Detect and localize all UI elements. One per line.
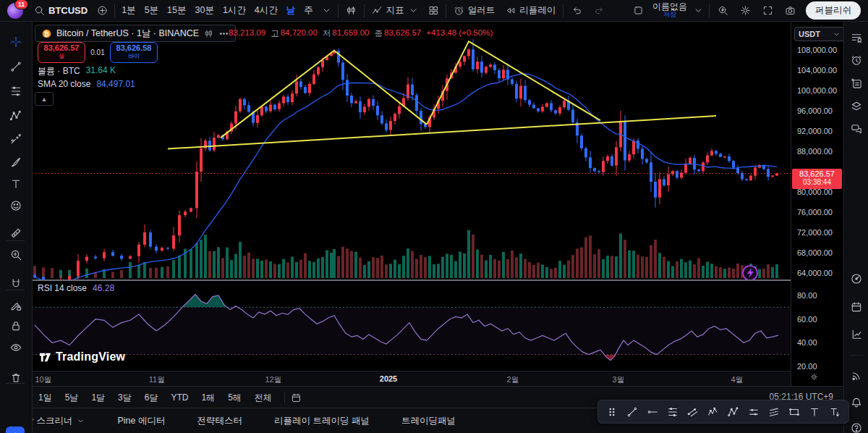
horizontal-ray-icon[interactable] <box>643 406 662 418</box>
alert-button[interactable]: 얼러트 <box>448 0 501 21</box>
brush-icon[interactable] <box>10 156 22 169</box>
object-tree-icon[interactable] <box>851 101 863 113</box>
zoom-in-icon[interactable] <box>10 249 22 261</box>
crosshair-icon[interactable] <box>10 36 22 49</box>
chart-style-icon[interactable] <box>341 5 362 16</box>
trend-line-icon[interactable] <box>623 406 642 418</box>
volume-study-row[interactable]: 볼륨 · BTC 31.64 K <box>38 65 116 77</box>
disjoint-channel-icon[interactable] <box>765 406 783 418</box>
layout-chevron-icon[interactable] <box>690 5 707 16</box>
indicators-button[interactable]: 지표 <box>367 0 424 21</box>
axis-tick: 80.00 <box>797 291 817 300</box>
ohlc-value: 83,213.09 <box>229 28 265 39</box>
lock-all-icon[interactable] <box>10 320 22 332</box>
anchored-text-icon[interactable] <box>825 406 844 418</box>
range-5날[interactable]: 5날 <box>59 392 85 404</box>
more-options-icon[interactable] <box>218 28 229 39</box>
range-5해[interactable]: 5해 <box>221 392 248 404</box>
tradingview-logo[interactable]: TradingView <box>39 350 125 363</box>
forecast-icon[interactable] <box>10 133 22 146</box>
tab-전략테스터[interactable]: 전략테스터 <box>181 415 258 427</box>
replay-button[interactable]: 리플레이 <box>500 0 561 21</box>
currency-toggle[interactable]: USDT <box>794 27 846 41</box>
xabcd-pattern-icon[interactable] <box>10 110 22 122</box>
range-6달[interactable]: 6달 <box>138 392 165 404</box>
legend-collapse-button[interactable]: ▲ <box>35 92 54 106</box>
data-window-icon[interactable] <box>851 329 863 341</box>
settings-gear-icon[interactable] <box>734 5 757 16</box>
trend-line-icon[interactable] <box>10 61 22 73</box>
text-icon[interactable] <box>10 178 22 190</box>
timeframe-30분[interactable]: 30분 <box>190 0 218 21</box>
fib-retracement-icon[interactable] <box>663 406 682 418</box>
text-icon[interactable] <box>805 406 824 418</box>
symbol-search[interactable]: BTCUSD <box>29 0 93 21</box>
divider <box>364 4 365 17</box>
multichart-layout-icon[interactable] <box>627 5 650 16</box>
technicals-gauge-icon[interactable] <box>851 273 863 285</box>
magnet-icon[interactable] <box>10 278 22 290</box>
range-YTD[interactable]: YTD <box>164 392 195 403</box>
notifications-bell-icon[interactable] <box>851 397 863 409</box>
alert-clock-icon[interactable] <box>851 54 863 67</box>
range-전체[interactable]: 전체 <box>248 392 278 404</box>
timeframe-15분[interactable]: 15분 <box>163 0 190 21</box>
hide-drawings-icon[interactable] <box>10 342 22 354</box>
chat-icon[interactable] <box>851 123 863 135</box>
timeframe-1시간[interactable]: 1시간 <box>218 0 250 21</box>
streams-icon[interactable] <box>851 370 863 382</box>
timeframe-주[interactable]: 주 <box>299 0 318 21</box>
rsi-band-fill <box>32 307 791 354</box>
xabcd-pattern-icon[interactable] <box>724 406 743 418</box>
tab-트레이딩패널[interactable]: 트레이딩패널 <box>386 415 472 427</box>
publish-button[interactable]: 퍼블리쉬 <box>806 1 861 20</box>
snapshot-camera-icon[interactable] <box>779 5 801 16</box>
templates-icon[interactable] <box>424 5 443 16</box>
parallel-channel-icon[interactable] <box>684 406 702 418</box>
fullscreen-icon[interactable] <box>757 5 779 16</box>
timeframe-날[interactable]: 날 <box>282 0 300 21</box>
tab-Pine 에디터[interactable]: Pine 에디터 <box>101 415 181 427</box>
range-1일[interactable]: 1일 <box>32 392 59 404</box>
quick-search-icon[interactable] <box>712 5 734 16</box>
rectangle-icon[interactable] <box>785 406 804 418</box>
rsi-pane[interactable] <box>32 280 791 371</box>
range-1해[interactable]: 1해 <box>195 392 221 404</box>
pane-separator[interactable] <box>32 279 843 281</box>
timeframe-5분[interactable]: 5분 <box>140 0 163 21</box>
sma-study-row[interactable]: SMA 20 close 84,497.01 <box>38 79 135 89</box>
timeframe-4시간[interactable]: 4시간 <box>250 0 282 21</box>
redo-icon[interactable] <box>588 5 610 16</box>
favorites-star-button[interactable] <box>6 426 25 433</box>
drawing-pencil-lock-icon[interactable] <box>10 300 22 312</box>
goto-date-calendar-icon[interactable] <box>291 392 302 403</box>
axis-settings-gear-icon[interactable] <box>809 372 819 382</box>
sell-button[interactable]: 83,626.57 셀 <box>38 42 85 63</box>
calendar-icon[interactable] <box>851 301 863 314</box>
price-axis[interactable]: USDT 83,626.57 03:38:44 108,000.00104,00… <box>791 21 844 386</box>
compare-add-icon[interactable] <box>93 5 112 16</box>
timeframe-chevron-icon[interactable] <box>318 5 336 16</box>
range-1달[interactable]: 1달 <box>85 392 111 404</box>
journal-plus-icon[interactable] <box>851 77 863 90</box>
symbol-legend[interactable]: ₿ Bitcoin / TetherUS · 1날 · BINANCE <box>35 25 236 42</box>
help-icon[interactable] <box>851 422 863 433</box>
rsi-study-row[interactable]: RSI 14 close 46.28 <box>38 283 114 293</box>
user-avatar[interactable]: 11 <box>7 3 23 19</box>
trash-icon[interactable] <box>10 372 22 384</box>
ruler-icon[interactable] <box>10 227 22 240</box>
fib-retracement-icon[interactable] <box>10 85 22 98</box>
buy-button[interactable]: 83,626.58 바이 <box>110 42 158 63</box>
elliott-wave-icon[interactable] <box>704 406 723 418</box>
tab-리플레이 트레이딩 패널[interactable]: 리플레이 트레이딩 패널 <box>258 415 386 427</box>
time-axis[interactable]: 10월11월12월20252월3월4월 <box>32 371 843 387</box>
range-3달[interactable]: 3달 <box>111 392 138 404</box>
layout-name-menu[interactable]: 이름없음 저장 <box>650 3 690 19</box>
flat-channel-icon[interactable] <box>744 406 763 418</box>
drag-handle-icon[interactable] <box>603 406 621 418</box>
watchlist-icon[interactable] <box>851 32 863 44</box>
axis-tick: 96,000.00 <box>797 106 833 115</box>
emoji-icon[interactable] <box>10 200 22 212</box>
undo-icon[interactable] <box>566 5 588 16</box>
timeframe-1분[interactable]: 1분 <box>117 0 140 21</box>
